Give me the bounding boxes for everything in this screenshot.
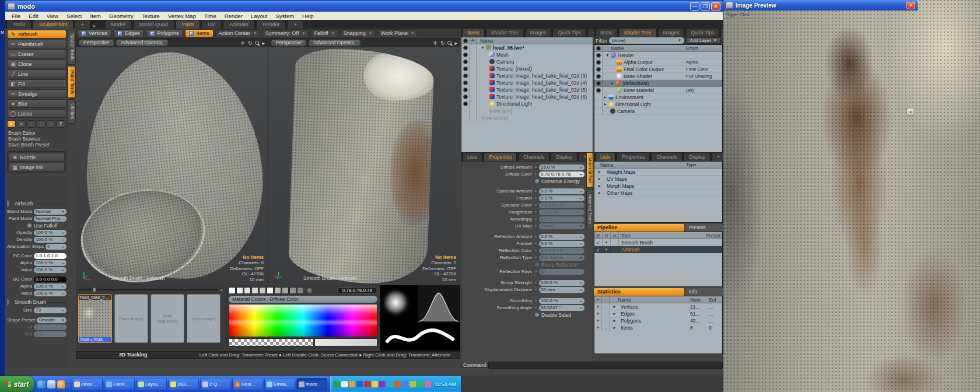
expand-plus-button[interactable]: +	[594, 310, 602, 317]
tray-icon[interactable]	[341, 381, 348, 387]
item-row-texture[interactable]: Texture: Image: head_bake_final_02d (3)	[461, 72, 593, 79]
visible-dot-icon[interactable]: •	[603, 246, 611, 253]
tab-shader-tree[interactable]: Shader Tree	[486, 28, 524, 37]
item-row-texture[interactable]: Texture: Image: head_bake_final_02d (4)	[461, 79, 593, 86]
material-colors-bar[interactable]: Material Colors : Diffuse Color	[229, 296, 377, 303]
channel-icon[interactable]	[534, 249, 538, 253]
viewport-menu-arrow-icon[interactable]: ▸	[262, 40, 265, 46]
disclosure-right-icon[interactable]: ►	[603, 102, 608, 106]
channel-icon[interactable]	[534, 189, 538, 193]
menu-help[interactable]: Help	[298, 13, 318, 19]
tool-line[interactable]: ╱Line	[7, 69, 66, 78]
brush-shape-polygon[interactable]: ▲	[37, 120, 46, 128]
viewport-canvas[interactable]: Smooth Brush : Airbrush No Items Channel…	[268, 47, 460, 285]
brush-shape-pen[interactable]: ✎	[27, 120, 36, 128]
zoom-icon[interactable]	[255, 41, 259, 45]
tray-icon[interactable]	[364, 381, 370, 387]
value-strip-handle[interactable]	[313, 339, 315, 346]
tool-lasso[interactable]: ◯Lasso	[7, 109, 66, 118]
spinner-icon[interactable]: ◂▸	[61, 267, 65, 273]
tab-sculpt-paint[interactable]: Sculpt/Paint	[33, 20, 74, 29]
visibility-toggle[interactable]	[594, 73, 603, 79]
tab-paint[interactable]: Paint	[176, 20, 201, 29]
spinner-icon[interactable]: ◂▸	[579, 234, 583, 240]
menu-view[interactable]: View	[43, 13, 62, 19]
command-input[interactable]	[488, 362, 723, 369]
menu-edit[interactable]: Edit	[24, 13, 42, 19]
tab-quick-tips[interactable]: Quick Tips	[685, 28, 719, 37]
spinner-icon[interactable]: ◂▸	[61, 284, 65, 289]
visibility-toggle[interactable]	[461, 58, 470, 65]
disclosure-right-icon[interactable]: ►	[610, 81, 615, 85]
disclosure-right-icon[interactable]: ►	[603, 95, 608, 99]
visible-dot-icon[interactable]: •	[603, 239, 611, 246]
tab-channels[interactable]: Channels	[518, 152, 550, 161]
diffuse-amount-field[interactable]: 15.0 %◂▸	[539, 164, 584, 170]
channel-icon[interactable]	[534, 235, 538, 239]
mode-vertices[interactable]: Vertices	[77, 29, 111, 37]
falloff-dropdown[interactable]: Falloff▼	[310, 29, 338, 37]
tab-overflow-arrow-icon[interactable]: ▸	[90, 23, 99, 29]
opacity-field[interactable]: 100.0 %◂▸	[34, 230, 66, 236]
tab-properties[interactable]: Properties	[484, 152, 517, 161]
tab-material-trans[interactable]: Material Trans	[586, 189, 593, 229]
work-plane-dropdown[interactable]: Work Plane▼	[377, 29, 418, 37]
menu-render[interactable]: Render	[220, 13, 247, 19]
menu-geometry[interactable]: Geometry	[105, 13, 138, 19]
brush-browser-link[interactable]: Brush Browser	[7, 136, 66, 142]
spinner-icon[interactable]: ◂▸	[61, 260, 65, 266]
tab-render[interactable]: Render	[256, 20, 286, 29]
density-field[interactable]: 100.0 %◂▸	[34, 237, 66, 243]
tab-add-layout[interactable]: +	[287, 20, 303, 29]
disclosure-down-icon[interactable]: ▼	[480, 46, 485, 50]
viewport-menu-arrow-icon[interactable]: ▸	[454, 40, 457, 46]
shader-row-camera[interactable]: Camera	[594, 108, 722, 115]
spinner-icon[interactable]: ◂▸	[579, 305, 583, 311]
channel-icon[interactable]	[534, 210, 538, 214]
taskbar-button-realplayer[interactable]: Real...	[232, 378, 263, 390]
visibility-toggle[interactable]	[594, 66, 603, 72]
item-row-texture[interactable]: Texture: Image: head_bake_final_02d (6)	[461, 93, 593, 100]
blend-mode-select[interactable]: Normal▼	[34, 209, 66, 215]
tool-nozzle[interactable]: ❖Nozzle	[9, 153, 65, 162]
menu-file[interactable]: File	[8, 13, 24, 19]
new-image-slot[interactable]: (new image)	[187, 294, 220, 343]
diffuse-color-field[interactable]: 0.78 0.78 0.78◂▸	[539, 172, 584, 177]
tray-icon[interactable]	[402, 381, 408, 387]
menu-select[interactable]: Select	[62, 13, 86, 19]
menu-item[interactable]: Item	[86, 13, 105, 19]
shader-row-final-color[interactable]: Final Color OutputFinal Color	[594, 66, 722, 73]
shader-row-alpha-output[interactable]: Alpha OutputAlpha	[594, 59, 722, 66]
smoothing-angle-field[interactable]: 89.5247 °◂▸	[539, 305, 584, 311]
taskbar-button-filemaker[interactable]: FileM...	[104, 378, 135, 390]
spinner-icon[interactable]: ◂▸	[61, 237, 65, 243]
roughness-field[interactable]: 100.0 %	[539, 209, 584, 215]
taskbar-button-modo[interactable]: modo	[296, 378, 327, 390]
pipeline-row-airbrush[interactable]: ✓•Airbrush	[594, 246, 722, 253]
taskbar-button-layout[interactable]: Layou...	[136, 378, 167, 390]
channel-icon[interactable]	[534, 224, 538, 228]
visibility-toggle[interactable]	[594, 52, 603, 58]
tab-model[interactable]: Model	[104, 20, 132, 29]
visibility-toggle[interactable]	[461, 86, 470, 93]
displacement-field[interactable]: 20 mm◂▸	[539, 287, 584, 293]
collapse-minus-button[interactable]: -	[602, 317, 610, 324]
shader-row-base-material[interactable]: Base Material(all)	[594, 87, 722, 94]
tab-uv[interactable]: UV	[201, 20, 222, 29]
start-button[interactable]: start	[0, 376, 34, 392]
slider-handle[interactable]	[92, 287, 96, 292]
shape-out-field[interactable]: 0.0	[34, 331, 66, 337]
tab-quick-tips[interactable]: Quick Tips	[552, 28, 586, 37]
mode-items[interactable]: Items	[185, 29, 214, 37]
expand-plus-button[interactable]: +	[594, 324, 602, 331]
pan-icon[interactable]: ✛	[240, 40, 245, 46]
new-item-row[interactable]: (new item)	[461, 107, 593, 114]
channel-icon[interactable]	[534, 288, 538, 292]
mode-edges[interactable]: Edges	[113, 29, 144, 37]
conserve-energy-checkbox[interactable]	[534, 178, 540, 184]
visibility-toggle[interactable]	[461, 65, 470, 72]
disclosure-right-icon[interactable]: ►	[597, 177, 602, 181]
tab-channels[interactable]: Channels	[651, 152, 682, 161]
tray-icon[interactable]	[387, 381, 393, 387]
list-row-other-maps[interactable]: ►Other Maps	[594, 190, 722, 197]
